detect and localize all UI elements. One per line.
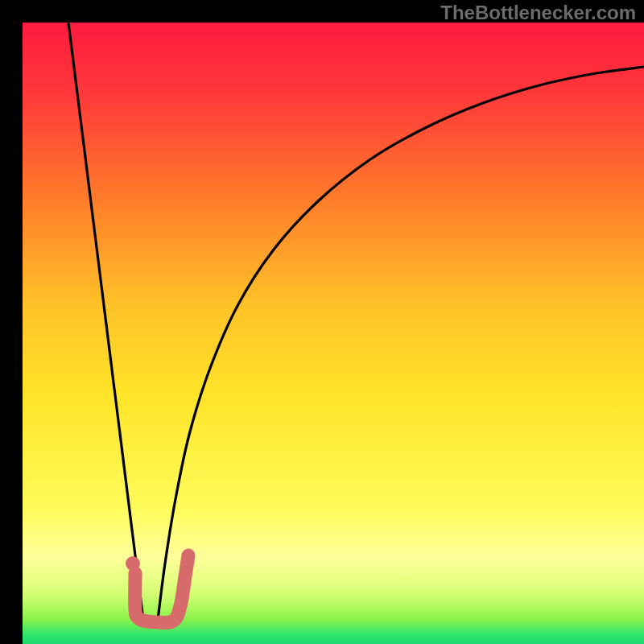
chart-frame: TheBottlenecker.com	[0, 0, 644, 644]
plot-background	[23, 23, 644, 644]
attribution-watermark: TheBottlenecker.com	[440, 2, 636, 24]
bottleneck-chart	[0, 0, 644, 644]
marker-dot	[126, 556, 140, 571]
